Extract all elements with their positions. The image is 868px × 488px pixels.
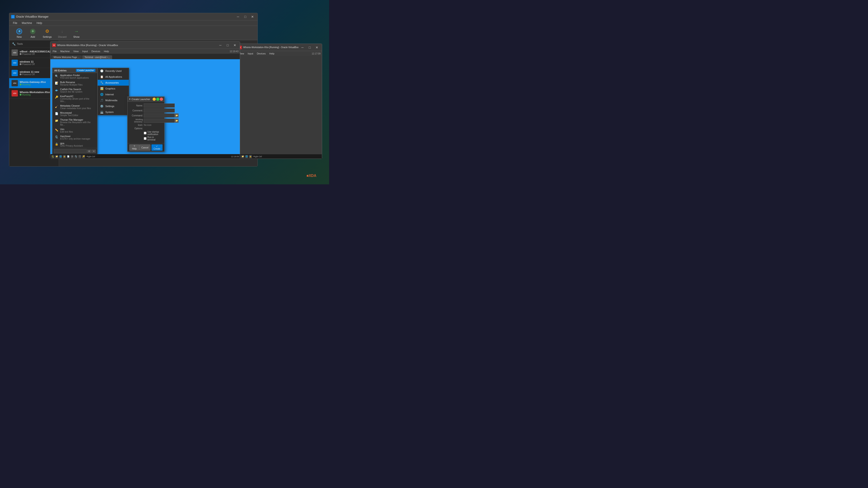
tool-show-button[interactable]: → Show xyxy=(70,26,83,39)
vm2-menu-help[interactable]: Help xyxy=(268,52,275,55)
app-item-thunar[interactable]: 📁 Thunar File Manager Browse the filesys… xyxy=(53,118,97,127)
vbox-manager-titlebar: Oracle VirtualBox Manager ─ □ ✕ xyxy=(9,13,257,20)
vm-menu-file[interactable]: File xyxy=(52,50,58,53)
vm-close-button[interactable]: ✕ xyxy=(232,43,238,47)
taskbar-icon-6[interactable]: ⚙ xyxy=(70,155,74,158)
vm2-close-btn[interactable]: ✕ xyxy=(314,45,320,50)
create-launcher-button[interactable]: Create Launcher xyxy=(76,69,96,72)
vm2-menu-input[interactable]: Input xyxy=(247,52,254,55)
vbox-window-controls: ─ □ ✕ xyxy=(235,14,256,19)
app-item-catfish[interactable]: 🐟 Catfish File Search Search the file sy… xyxy=(53,87,97,94)
tool-new-button[interactable]: ✦ New xyxy=(13,26,26,39)
app-icon-keepassxc: 🔑 xyxy=(54,95,59,99)
menu-file[interactable]: File xyxy=(11,21,19,25)
form-name-input[interactable] xyxy=(144,103,175,107)
app-icon-appfinder: 🔍 xyxy=(54,74,59,78)
terminal-checkbox[interactable] xyxy=(144,137,147,140)
command-browse-btn[interactable]: 📁 xyxy=(175,113,179,118)
help-button[interactable]: ? Help xyxy=(129,144,139,151)
vm2-right-ctrl: Right Ctrl xyxy=(253,156,262,158)
cancel-button[interactable]: Cancel xyxy=(139,144,150,151)
form-workdir-label: Working Directory: xyxy=(129,119,143,123)
taskbar-icon-3[interactable]: 🌐 xyxy=(59,155,62,158)
search-settings-btn[interactable]: ⚙ xyxy=(87,150,91,153)
cat-internet[interactable]: 🌐 Internet xyxy=(98,92,129,97)
app-text-metadata: Metadata Cleaner Clean metadata from you… xyxy=(60,104,95,109)
app-icon-vim: ✏️ xyxy=(54,128,59,132)
taskbar-icon-8[interactable]: 🛡 xyxy=(78,155,81,158)
cat-all-applications[interactable]: 📋 All Applications xyxy=(98,74,129,80)
vm2-minimize-btn[interactable]: ─ xyxy=(299,45,306,50)
vbox-minimize-button[interactable]: ─ xyxy=(235,14,241,19)
app-menu-popup: All Entries Create Launcher 🔍 Applicatio… xyxy=(52,68,97,154)
app-item-bulkrename[interactable]: 📝 Bulk Rename Rename Multiple Files xyxy=(53,80,97,87)
tab-welcome[interactable]: Whonix Welcome Page ... xyxy=(51,55,82,59)
taskbar-icon-2[interactable]: 📁 xyxy=(55,155,58,158)
vm2-taskbar-icon-2[interactable]: 📁 xyxy=(241,155,244,158)
vm2-maximize-btn[interactable]: □ xyxy=(307,45,313,50)
svg-text:→: → xyxy=(74,29,79,34)
form-workdir-input[interactable] xyxy=(144,119,175,123)
app-item-appfinder[interactable]: 🔍 Application Finder Find and launch app… xyxy=(53,73,97,80)
tool-settings-button[interactable]: ⚙ Settings xyxy=(40,26,55,39)
vm-menu-help[interactable]: Help xyxy=(103,50,110,53)
vm-menu-view[interactable]: View xyxy=(72,50,80,53)
app-icon-bulkrename: 📝 xyxy=(54,81,59,86)
taskbar-icons: 🐛 📁 🌐 🔒 📄 ⚙ 🔧 🛡 🔑 xyxy=(51,155,85,158)
workdir-browse-btn[interactable]: 📁 xyxy=(175,119,179,123)
form-icon-label: Icon: xyxy=(129,124,143,126)
cat-recently-used[interactable]: 🕐 Recently Used xyxy=(98,68,129,74)
vm2-menu-devices[interactable]: Devices xyxy=(256,52,267,55)
vm2-menu: View Input Devices Help 12:17:09 xyxy=(237,51,322,56)
app-item-gpa[interactable]: 🔒 gpa GNU Privacy Assistant xyxy=(53,141,97,148)
app-item-metadata[interactable]: 🧹 Metadata Cleaner Clean metadata from y… xyxy=(53,103,97,110)
svg-rect-3 xyxy=(13,17,14,18)
settings-icon: ⚙ xyxy=(43,28,51,35)
cat-accessories[interactable]: 🔧 Accessories xyxy=(98,80,129,86)
app-search-input[interactable] xyxy=(54,149,87,153)
tool-add-button[interactable]: + Add xyxy=(26,26,39,39)
create-button[interactable]: ✓ Create xyxy=(151,144,162,151)
vm-menu-machine[interactable]: Machine xyxy=(59,50,71,53)
vm2-titlebar: W Whonix-Workstation-Xfce [Running] - Or… xyxy=(237,44,322,51)
search-close-btn[interactable]: ✕ xyxy=(92,150,96,153)
vm-tabs: Whonix Welcome Page ... Terminal - user@… xyxy=(51,54,240,59)
form-comment-input[interactable] xyxy=(144,108,175,112)
app-text-appfinder: Application Finder Find and launch appli… xyxy=(60,74,95,79)
dialog-max-btn[interactable] xyxy=(156,98,159,101)
dialog-close-btn[interactable] xyxy=(160,98,163,101)
vbox-close-button[interactable]: ✕ xyxy=(249,14,256,19)
taskbar-icon-9[interactable]: 🔑 xyxy=(82,155,85,158)
vm-menu-input[interactable]: Input xyxy=(81,50,89,53)
svg-rect-1 xyxy=(13,15,14,17)
svg-text:⚙: ⚙ xyxy=(45,29,49,34)
vm-screen[interactable]: All Entries Create Launcher 🔍 Applicatio… xyxy=(51,59,240,154)
vm-menu-devices[interactable]: Devices xyxy=(90,50,101,53)
dialog-min-btn[interactable] xyxy=(153,98,156,101)
menu-machine[interactable]: Machine xyxy=(20,21,34,25)
taskbar-icon-4[interactable]: 🔒 xyxy=(63,155,66,158)
app-item-vim[interactable]: ✏️ Vim Edit text files xyxy=(53,127,97,134)
tool-discard-button[interactable]: ↓ Discard xyxy=(55,26,69,39)
vm-maximize-button[interactable]: □ xyxy=(224,43,231,47)
taskbar-icon-1[interactable]: 🐛 xyxy=(51,155,55,158)
cat-multimedia[interactable]: 🎵 Multimedia xyxy=(98,97,129,103)
vbox-maximize-button[interactable]: □ xyxy=(242,14,248,19)
taskbar-icon-5[interactable]: 📄 xyxy=(67,155,70,158)
taskbar-icon-7[interactable]: 🔧 xyxy=(74,155,78,158)
form-command-input[interactable] xyxy=(144,113,175,118)
app-item-xarchiver[interactable]: 🗜️ Xarchiver A GTK+ only archive manager xyxy=(53,134,97,141)
vm2-taskbar-icon-4[interactable]: 🔒 xyxy=(249,155,252,158)
app-item-mousepad[interactable]: 📄 Mousepad Simple Text Editor xyxy=(53,110,97,118)
app-icon-xarchiver: 🗜️ xyxy=(54,135,59,139)
startup-checkbox[interactable] xyxy=(144,132,147,134)
vm2-taskbar-icon-3[interactable]: 🌐 xyxy=(245,155,248,158)
app-item-keepassxc[interactable]: 🔑 KeePassXC Community-driven port of the… xyxy=(53,94,97,103)
tab-terminal[interactable]: Terminal - user@host:~... xyxy=(82,55,112,59)
cat-settings[interactable]: ⚙️ Settings xyxy=(98,103,129,109)
cat-system[interactable]: 💻 System xyxy=(98,109,129,115)
vm-minimize-button[interactable]: ─ xyxy=(217,43,223,47)
menu-help[interactable]: Help xyxy=(35,21,44,25)
app-icon-catfish: 🐟 xyxy=(54,88,59,92)
cat-graphics[interactable]: 🖼️ Graphics xyxy=(98,86,129,92)
